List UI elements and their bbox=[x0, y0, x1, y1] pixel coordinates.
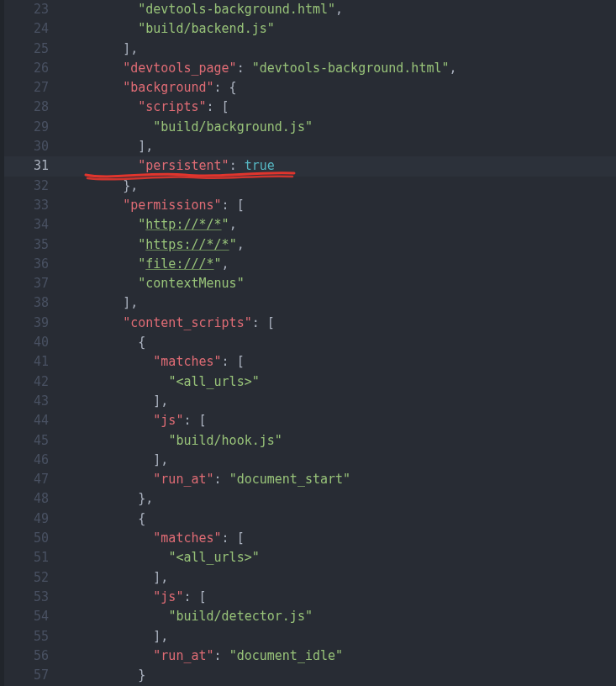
code-line[interactable]: "content_scripts": [ bbox=[77, 314, 457, 333]
code-line[interactable]: "devtools-background.html", bbox=[77, 0, 457, 19]
code-line[interactable]: "contextMenus" bbox=[77, 274, 457, 293]
code-line[interactable]: { bbox=[77, 333, 457, 352]
line-number[interactable]: 23 bbox=[0, 0, 49, 19]
code-line[interactable]: "js": [ bbox=[77, 411, 457, 430]
line-number[interactable]: 42 bbox=[0, 372, 49, 392]
code-line[interactable]: "<all_urls>" bbox=[77, 372, 457, 392]
code-line[interactable]: "http://*/*", bbox=[77, 215, 457, 235]
line-number[interactable]: 49 bbox=[0, 509, 49, 529]
line-number[interactable]: 37 bbox=[0, 274, 49, 293]
code-line[interactable]: "js": [ bbox=[77, 588, 457, 607]
code-line[interactable]: }, bbox=[77, 489, 457, 509]
activity-bar bbox=[0, 0, 4, 686]
code-line[interactable]: "build/background.js" bbox=[77, 118, 457, 137]
code-line[interactable]: ], bbox=[77, 568, 457, 588]
line-number[interactable]: 30 bbox=[0, 137, 49, 156]
code-line[interactable]: "matches": [ bbox=[77, 529, 457, 548]
line-number[interactable]: 48 bbox=[0, 489, 49, 509]
code-line[interactable]: "run_at": "document_start" bbox=[77, 470, 457, 489]
code-line[interactable]: ], bbox=[77, 137, 457, 156]
code-line[interactable]: "<all_urls>" bbox=[77, 548, 457, 567]
code-line[interactable]: "build/hook.js" bbox=[77, 431, 457, 451]
line-number[interactable]: 27 bbox=[0, 78, 49, 98]
line-number[interactable]: 43 bbox=[0, 392, 49, 411]
code-line[interactable]: "persistent": true bbox=[77, 156, 457, 176]
line-number[interactable]: 24 bbox=[0, 19, 49, 39]
line-number[interactable]: 25 bbox=[0, 40, 49, 59]
code-line[interactable]: { bbox=[77, 509, 457, 529]
code-line[interactable]: ], bbox=[77, 40, 457, 59]
line-number[interactable]: 38 bbox=[0, 293, 49, 313]
line-number[interactable]: 31 bbox=[0, 156, 49, 176]
code-line[interactable]: "build/detector.js" bbox=[77, 607, 457, 626]
code-line[interactable]: "file:///*", bbox=[77, 255, 457, 274]
code-line[interactable]: ], bbox=[77, 293, 457, 313]
line-number[interactable]: 41 bbox=[0, 352, 49, 372]
line-number[interactable]: 56 bbox=[0, 646, 49, 666]
line-number[interactable]: 35 bbox=[0, 235, 49, 255]
line-number[interactable]: 26 bbox=[0, 59, 49, 78]
line-number[interactable]: 53 bbox=[0, 588, 49, 607]
line-number[interactable]: 36 bbox=[0, 255, 49, 274]
code-line[interactable]: "background": { bbox=[77, 78, 457, 98]
code-area[interactable]: "devtools-background.html", "build/backe… bbox=[59, 0, 457, 686]
line-number[interactable]: 55 bbox=[0, 627, 49, 646]
line-number[interactable]: 28 bbox=[0, 98, 49, 117]
line-number[interactable]: 50 bbox=[0, 529, 49, 548]
code-line[interactable]: }, bbox=[77, 177, 457, 196]
code-editor[interactable]: 2324252627282930313233343536373839404142… bbox=[0, 0, 616, 686]
line-number[interactable]: 29 bbox=[0, 118, 49, 137]
code-line[interactable]: } bbox=[77, 666, 457, 685]
line-number[interactable]: 51 bbox=[0, 548, 49, 567]
line-number[interactable]: 47 bbox=[0, 470, 49, 489]
code-line[interactable]: ], bbox=[77, 451, 457, 470]
code-line[interactable]: "build/backend.js" bbox=[77, 19, 457, 39]
code-line[interactable]: "matches": [ bbox=[77, 352, 457, 372]
line-number[interactable]: 32 bbox=[0, 177, 49, 196]
line-number[interactable]: 52 bbox=[0, 568, 49, 588]
line-number-gutter[interactable]: 2324252627282930313233343536373839404142… bbox=[0, 0, 59, 686]
line-number[interactable]: 34 bbox=[0, 215, 49, 235]
code-line[interactable]: "run_at": "document_idle" bbox=[77, 646, 457, 666]
code-line[interactable]: "permissions": [ bbox=[77, 196, 457, 215]
line-number[interactable]: 40 bbox=[0, 333, 49, 352]
code-line[interactable]: "https://*/*", bbox=[77, 235, 457, 255]
line-number[interactable]: 39 bbox=[0, 314, 49, 333]
code-line[interactable]: "devtools_page": "devtools-background.ht… bbox=[77, 59, 457, 78]
line-number[interactable]: 57 bbox=[0, 666, 49, 685]
code-line[interactable]: "scripts": [ bbox=[77, 98, 457, 117]
line-number[interactable]: 33 bbox=[0, 196, 49, 215]
line-number[interactable]: 45 bbox=[0, 431, 49, 451]
line-number[interactable]: 46 bbox=[0, 451, 49, 470]
code-line[interactable]: ], bbox=[77, 392, 457, 411]
line-number[interactable]: 44 bbox=[0, 411, 49, 430]
code-line[interactable]: ], bbox=[77, 627, 457, 646]
line-number[interactable]: 54 bbox=[0, 607, 49, 626]
